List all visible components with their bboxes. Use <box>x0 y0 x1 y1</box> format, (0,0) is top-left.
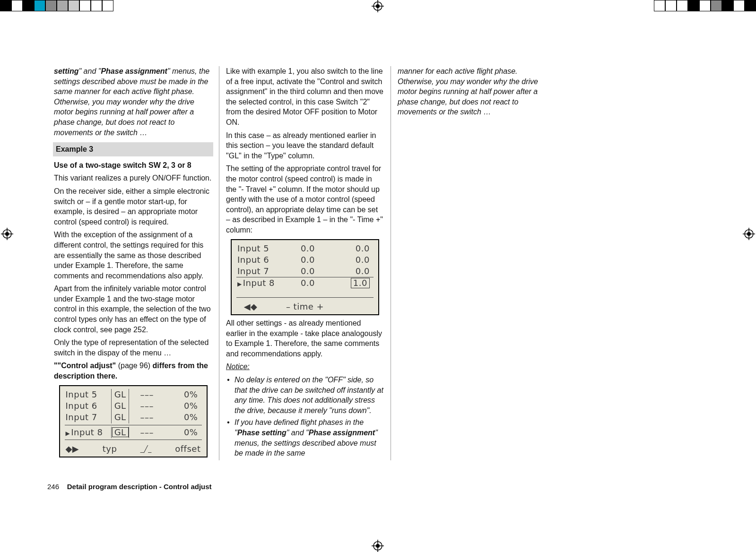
lcd2-row-7: Input 7 0.0 0.0 <box>236 266 374 277</box>
notice-list: No delay is entered on the "OFF" side, s… <box>226 375 384 458</box>
lcd2-row-6: Input 6 0.0 0.0 <box>236 254 374 266</box>
lcd1-row-5: Input 5 GL ––– 0% <box>65 389 202 400</box>
svg-point-7 <box>376 544 380 548</box>
example3-heading: Example 3 <box>53 142 213 156</box>
column-3: manner for each active flight phase. Oth… <box>391 66 562 460</box>
col2-p1: Like with example 1, you also switch to … <box>226 66 384 128</box>
ex3-p4: Apart from the infinitely variable motor… <box>54 284 212 335</box>
col1-top-note: setting" and "Phase assignment" menus, t… <box>54 66 212 138</box>
lcd-display-1: Input 5 GL ––– 0% Input 6 GL ––– 0% Inpu… <box>59 385 208 457</box>
footer-title: Detail program description - Control adj… <box>67 483 212 491</box>
lcd2-row-5: Input 5 0.0 0.0 <box>236 243 374 254</box>
lcd2-row-8-selected: Input 8 0.0 1.0 <box>236 277 374 289</box>
svg-point-15 <box>747 232 751 236</box>
col2-p3: The setting of the appropriate control t… <box>226 164 384 235</box>
ex3-p2: On the receiver side, either a simple el… <box>54 186 212 227</box>
nav-arrows-icon: ◀◆ <box>244 301 258 312</box>
svg-point-11 <box>5 232 9 236</box>
registration-mark-bottom <box>371 539 385 552</box>
ex3-p5: Only the type of representation of the s… <box>54 337 212 358</box>
registration-mark-right <box>742 227 756 241</box>
col2-p4: All other settings - as already mentione… <box>226 318 384 359</box>
lcd1-row-8-selected: Input 8 GL ––– 0% <box>65 427 202 438</box>
nav-arrows-icon: ◆▶ <box>66 443 79 455</box>
notice-item-1: No delay is entered on the "OFF" side, s… <box>226 375 384 415</box>
page-footer: 246 Detail program description - Control… <box>47 483 212 491</box>
column-1: setting" and "Phase assignment" menus, t… <box>47 66 219 460</box>
lcd2-footer: ◀◆ – time + <box>236 299 374 312</box>
lcd1-row-6: Input 6 GL ––– 0% <box>65 400 202 412</box>
lcd1-row-7: Input 7 GL ––– 0% <box>65 412 202 423</box>
example3-subheading: Use of a two-stage switch SW 2, 3 or 8 <box>54 160 212 171</box>
notice-item-2: If you have defined flight phases in the… <box>226 417 384 458</box>
content-columns: setting" and "Phase assignment" menus, t… <box>47 66 709 460</box>
ex3-p1: This variant realizes a purely ON/OFF fu… <box>54 173 212 183</box>
control-adjust-ref: ""Control adjust" (page 96) differs from… <box>54 361 212 381</box>
notice-heading: Notice: <box>226 362 384 372</box>
page-number: 246 <box>47 483 59 491</box>
registration-mark-top <box>371 0 385 13</box>
svg-point-3 <box>376 4 380 8</box>
col2-p2: In this case – as already mentioned earl… <box>226 130 384 161</box>
col3-p1: manner for each active flight phase. Oth… <box>398 66 556 117</box>
lcd-display-2: Input 5 0.0 0.0 Input 6 0.0 0.0 Input 7 … <box>231 239 379 315</box>
lcd1-footer: ◆▶ typ _╱_ offset <box>65 441 202 455</box>
registration-mark-left <box>0 227 14 241</box>
column-2: Like with example 1, you also switch to … <box>219 66 391 460</box>
switch-curve-icon: _╱_ <box>140 445 152 454</box>
ex3-p3: With the exception of the assignment of … <box>54 230 212 281</box>
